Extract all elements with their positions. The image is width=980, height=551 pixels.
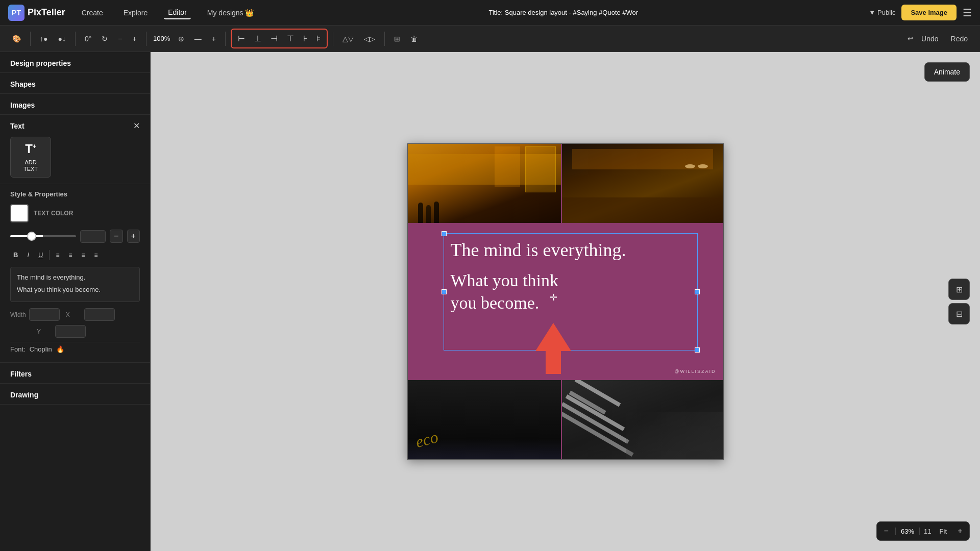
- italic-button[interactable]: I: [24, 249, 32, 261]
- nav-create[interactable]: Create: [78, 7, 107, 19]
- quote-text-container: The mind is everything. What you thinkyo…: [444, 233, 698, 319]
- minus-icon: −: [118, 35, 122, 43]
- move-forward-btn[interactable]: ↑●: [36, 32, 52, 46]
- dimension-row-1: Width 600 X 240: [10, 308, 140, 321]
- toolbar-separator-2: [75, 32, 76, 46]
- font-size-slider[interactable]: [10, 235, 76, 237]
- dimension-row-2: Y 390: [10, 325, 140, 338]
- align-justify-text-btn[interactable]: ≡: [91, 249, 101, 261]
- photo-top-right: [562, 144, 723, 223]
- add-text-button[interactable]: T+ ADDTEXT: [10, 137, 51, 178]
- flip-vertical-btn[interactable]: △▽: [338, 32, 358, 46]
- zoom-out-button[interactable]: −: [877, 522, 895, 540]
- align-left-btn[interactable]: ⊢: [234, 31, 249, 46]
- drawing-label: Drawing: [10, 391, 38, 399]
- width-input[interactable]: 600: [29, 308, 60, 321]
- toolbar-separator-1: [30, 32, 31, 46]
- top-nav: PT PixTeller Create Explore Editor My de…: [0, 0, 980, 26]
- width-group: Width 600: [10, 308, 60, 321]
- zoom-in-button[interactable]: +: [951, 522, 969, 540]
- delete-btn[interactable]: 🗑: [406, 32, 422, 46]
- filters-label: Filters: [10, 370, 32, 378]
- sidebar: Design properties Shapes Images Text ✕ T…: [0, 52, 151, 551]
- page-number: 11: [920, 528, 935, 535]
- text-header: Text ✕: [10, 121, 140, 131]
- move-down-icon: ●↓: [58, 35, 65, 43]
- nav-editor[interactable]: Editor: [164, 6, 191, 19]
- nav-title-prefix: Title:: [488, 9, 503, 16]
- align-middle-btn[interactable]: ⊦: [299, 31, 311, 46]
- align-right-text-btn[interactable]: ≡: [78, 249, 88, 261]
- paint-bucket-btn[interactable]: 🎨: [8, 32, 25, 46]
- reset-rotation-btn[interactable]: ↻: [97, 32, 112, 46]
- save-button[interactable]: Save image: [901, 5, 957, 20]
- opacity-icon: ⊕: [178, 35, 184, 43]
- redo-button[interactable]: Redo: [947, 32, 972, 46]
- align-left-text-btn[interactable]: ≡: [53, 249, 62, 261]
- nav-mydesigns[interactable]: My designs 👑: [203, 7, 258, 19]
- zoom-minus-btn[interactable]: —: [190, 32, 206, 46]
- text-color-row: TEXT COLOR: [10, 204, 140, 222]
- main-content: Design properties Shapes Images Text ✕ T…: [0, 52, 980, 551]
- align-top-btn[interactable]: ⊤: [283, 31, 298, 46]
- logo[interactable]: PT PixTeller: [8, 5, 65, 21]
- undo-button[interactable]: Undo: [917, 32, 942, 46]
- font-size-input[interactable]: 60: [80, 230, 106, 243]
- public-badge[interactable]: ▼ Public: [869, 9, 895, 16]
- font-row: Font: Choplin 🔥: [10, 342, 140, 356]
- toolbar-separator-6: [384, 32, 385, 46]
- y-input[interactable]: 390: [55, 325, 86, 338]
- chevron-down-icon: ▼: [869, 9, 875, 16]
- animate-button[interactable]: Animate: [924, 62, 970, 82]
- purple-center-band: The mind is everything. What you thinkyo…: [408, 223, 723, 381]
- flip-horizontal-btn[interactable]: ◁▷: [360, 32, 379, 46]
- x-input[interactable]: 240: [84, 308, 115, 321]
- text-color-swatch[interactable]: [10, 204, 29, 222]
- images-section[interactable]: Images: [0, 94, 150, 115]
- shapes-label: Shapes: [10, 80, 36, 88]
- align-center-btn[interactable]: ⊥: [250, 31, 265, 46]
- quote-line1: The mind is everything.: [451, 238, 691, 262]
- quote-line2: What you thinkyou become.: [451, 269, 691, 314]
- logo-text: PixTeller: [28, 7, 65, 18]
- align-right-btn[interactable]: ⊣: [266, 31, 282, 46]
- menu-icon[interactable]: ☰: [963, 7, 972, 19]
- canvas-area[interactable]: Animate ⊞ ⊟: [151, 52, 980, 551]
- photo-bottom-left: eco: [408, 380, 561, 459]
- align-bottom-btn[interactable]: ⊧: [312, 31, 325, 46]
- format-row: B I U ≡ ≡ ≡ ≡: [10, 249, 140, 261]
- align-group: ⊢ ⊥ ⊣ ⊤ ⊦ ⊧: [231, 29, 328, 48]
- bold-button[interactable]: B: [10, 249, 21, 261]
- filters-section[interactable]: Filters: [0, 363, 150, 384]
- y-group: Y 390: [37, 325, 86, 338]
- design-properties-section[interactable]: Design properties: [0, 52, 150, 73]
- font-size-minus[interactable]: −: [110, 230, 123, 243]
- font-size-plus[interactable]: +: [127, 230, 140, 243]
- align-center-text-btn[interactable]: ≡: [65, 249, 75, 261]
- move-back-btn[interactable]: ●↓: [54, 32, 69, 46]
- fit-button[interactable]: Fit: [936, 528, 951, 535]
- font-label: Font:: [10, 345, 26, 353]
- copy-btn[interactable]: ⊞: [390, 32, 404, 46]
- add-element-btn[interactable]: ⊞: [948, 279, 970, 300]
- opacity-btn[interactable]: ⊕: [174, 32, 188, 46]
- undo-icon: ↩: [908, 35, 913, 42]
- zoom-plus-btn[interactable]: +: [208, 32, 220, 46]
- toolbar: 🎨 ↑● ●↓ 0° ↻ − + 100% ⊕ — + ⊢ ⊥ ⊣ ⊤ ⊦ ⊧ …: [0, 26, 980, 52]
- shapes-section[interactable]: Shapes: [0, 73, 150, 94]
- drawing-section[interactable]: Drawing: [0, 384, 150, 405]
- rotation-label: 0°: [85, 35, 91, 43]
- style-properties-section: Style & Properties TEXT COLOR 60 − + B I…: [0, 184, 150, 363]
- nav-explore[interactable]: Explore: [119, 7, 152, 19]
- layer-btn[interactable]: ⊟: [948, 303, 970, 324]
- underline-button[interactable]: U: [35, 249, 46, 261]
- handle-bottom-right[interactable]: [695, 347, 700, 353]
- photo-bottom-right: [562, 380, 723, 459]
- close-text-button[interactable]: ✕: [133, 121, 140, 131]
- plus-rotation-btn[interactable]: +: [129, 32, 141, 46]
- logo-icon: PT: [8, 5, 24, 21]
- x-group: X 240: [66, 308, 115, 321]
- rotation-btn[interactable]: 0°: [81, 32, 95, 46]
- minus-rotation-btn[interactable]: −: [114, 32, 126, 46]
- design-canvas[interactable]: The mind is everything. What you thinkyo…: [407, 143, 724, 460]
